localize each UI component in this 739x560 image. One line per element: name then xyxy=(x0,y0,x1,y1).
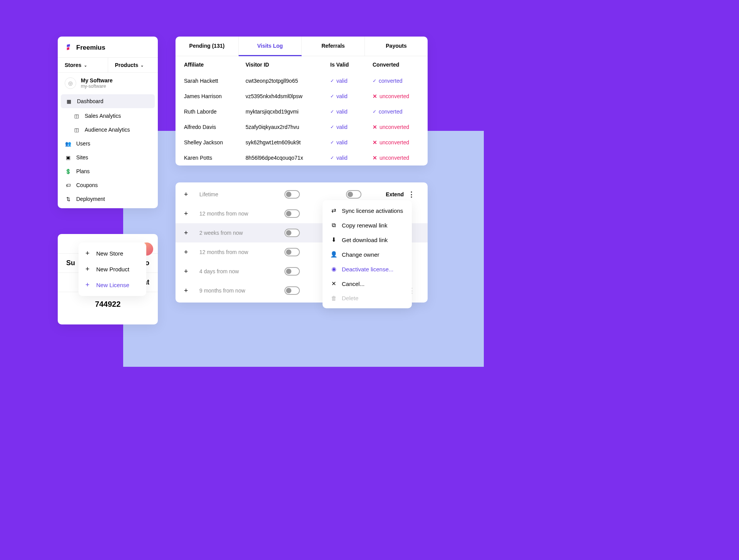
cross-icon: ✕ xyxy=(373,155,377,161)
dropdown-item-label: Change owner xyxy=(342,251,380,258)
new-menu-popup: +New Store+New Product+New License xyxy=(79,242,146,296)
expand-button[interactable]: + xyxy=(184,267,199,276)
new-menu-item-label: New Store xyxy=(96,250,123,257)
sidebar-item-dashboard[interactable]: ▦Dashboard xyxy=(61,94,155,108)
dropdown-icon: 🗑 xyxy=(330,295,337,301)
license-label: 2 weeks from now xyxy=(199,230,284,236)
freemius-logo-icon xyxy=(65,43,73,52)
more-actions-button[interactable]: ⋮ xyxy=(404,190,419,199)
sidebar-icon: 👥 xyxy=(65,141,72,147)
dropdown-item-deactivate-license-[interactable]: ◉Deactivate license... xyxy=(323,262,412,276)
sidebar-icon: ◫ xyxy=(73,127,80,133)
cross-icon: ✕ xyxy=(373,139,377,145)
expand-button[interactable]: + xyxy=(184,229,199,237)
sidebar-icon: ◫ xyxy=(73,113,80,119)
product-header[interactable]: ◎ My Software my-software xyxy=(58,73,158,94)
product-title: My Software xyxy=(81,77,112,84)
cell-converted: ✕ unconverted xyxy=(373,89,430,104)
sidebar-item-label: Users xyxy=(76,140,90,147)
sidebar-item-label: Sites xyxy=(76,154,88,160)
toggle-switch[interactable] xyxy=(284,248,300,256)
tab-referrals[interactable]: Referrals xyxy=(302,37,365,56)
dropdown-item-change-owner[interactable]: 👤Change owner xyxy=(323,247,412,262)
sidebar-item-sites[interactable]: ▣Sites xyxy=(58,150,158,164)
dropdown-icon: ✕ xyxy=(330,280,337,287)
sidebar-item-label: Deployment xyxy=(76,196,105,202)
toggle-switch[interactable] xyxy=(346,190,361,199)
dropdown-item-label: Copy renewal link xyxy=(342,222,387,229)
license-label: 12 months from now xyxy=(199,249,284,255)
cell-affiliate: James Harrison xyxy=(184,89,246,104)
nav-products[interactable]: Products ⌄ xyxy=(108,58,158,72)
cell-valid: ✓ valid xyxy=(330,150,373,165)
sidebar-item-label: Dashboard xyxy=(77,98,104,104)
brand-logo: Freemius xyxy=(58,37,158,57)
new-menu-item-new-store[interactable]: +New Store xyxy=(79,246,146,261)
cell-valid: ✓ valid xyxy=(330,89,373,104)
toggle-switch[interactable] xyxy=(284,286,300,295)
sidebar-item-audience-analytics[interactable]: ◫Audience Analytics xyxy=(58,123,158,137)
cell-visitor: syk62hgwt1etn609uk9t xyxy=(246,135,330,150)
sidebar-icon: ▣ xyxy=(65,155,72,160)
sidebar-item-users[interactable]: 👥Users xyxy=(58,137,158,150)
cross-icon: ✕ xyxy=(373,124,377,130)
expand-button[interactable]: + xyxy=(184,210,199,218)
nav-stores[interactable]: Stores ⌄ xyxy=(58,58,108,72)
tab-visits-log[interactable]: Visits Log xyxy=(239,37,302,56)
tab-payouts[interactable]: Payouts xyxy=(365,37,428,56)
cell-visitor: cwt3eonp2totpgll9o65 xyxy=(246,73,330,89)
cell-affiliate: Ruth Laborde xyxy=(184,104,246,119)
sidebar-icon: 🏷 xyxy=(65,182,72,188)
check-icon: ✓ xyxy=(373,109,376,114)
new-menu-item-new-license[interactable]: +New License xyxy=(79,277,146,293)
extend-button[interactable]: Extend xyxy=(369,191,404,197)
table-row[interactable]: James Harrison vz5395nkxh4dsml0lpsw ✓ va… xyxy=(176,89,428,104)
toggle-switch[interactable] xyxy=(284,229,300,237)
dropdown-icon: ⧉ xyxy=(330,222,337,229)
expand-button[interactable]: + xyxy=(184,287,199,295)
table-row[interactable]: Sarah Hackett cwt3eonp2totpgll9o65 ✓ val… xyxy=(176,73,428,89)
sidebar-icon: 💲 xyxy=(65,169,72,174)
dropdown-icon: ⬇ xyxy=(330,236,337,243)
sidebar-icon: ▦ xyxy=(65,99,72,104)
license-label: 9 months from now xyxy=(199,288,284,294)
check-icon: ✓ xyxy=(373,78,376,84)
dropdown-item-sync-license-activations[interactable]: ⇄Sync license activations xyxy=(323,203,412,218)
toggle-switch[interactable] xyxy=(284,190,300,199)
sidebar-item-plans[interactable]: 💲Plans xyxy=(58,164,158,178)
table-row[interactable]: Shelley Jackson syk62hgwt1etn609uk9t ✓ v… xyxy=(176,135,428,150)
dropdown-item-cancel-[interactable]: ✕Cancel... xyxy=(323,276,412,291)
cell-converted: ✓ converted xyxy=(373,104,430,119)
sidebar-item-sales-analytics[interactable]: ◫Sales Analytics xyxy=(58,109,158,123)
cell-valid: ✓ valid xyxy=(330,119,373,135)
dropdown-icon: ⇄ xyxy=(330,207,337,214)
table-row[interactable]: Ruth Laborde myktarsjiqcxbd19gvmi ✓ vali… xyxy=(176,104,428,119)
th-visitor: Visitor ID xyxy=(246,56,330,73)
cell-converted: ✕ unconverted xyxy=(373,119,430,135)
dropdown-icon: 👤 xyxy=(330,251,337,258)
table-row[interactable]: Alfredo Davis 5zafy0iqkyaux2rd7hvu ✓ val… xyxy=(176,119,428,135)
expand-button[interactable]: + xyxy=(184,248,199,256)
sidebar-item-deployment[interactable]: ⇅Deployment xyxy=(58,192,158,206)
cell-visitor: vz5395nkxh4dsml0lpsw xyxy=(246,89,330,104)
cell-affiliate: Karen Potts xyxy=(184,150,246,165)
license-label: Lifetime xyxy=(199,191,284,197)
toggle-switch[interactable] xyxy=(284,267,300,276)
dropdown-item-copy-renewal-link[interactable]: ⧉Copy renewal link xyxy=(323,218,412,232)
sidebar-item-label: Sales Analytics xyxy=(85,113,121,119)
visits-table-panel: Pending (131)Visits LogReferralsPayouts … xyxy=(176,37,428,165)
cell-valid: ✓ valid xyxy=(330,104,373,119)
tab-pending-[interactable]: Pending (131) xyxy=(176,37,239,56)
license-label: 12 months from now xyxy=(199,211,284,217)
sidebar-item-coupons[interactable]: 🏷Coupons xyxy=(58,178,158,192)
cell-valid: ✓ valid xyxy=(330,73,373,89)
table-row[interactable]: Karen Potts 8h56l96dpe4cqouqo71x ✓ valid… xyxy=(176,150,428,165)
check-icon: ✓ xyxy=(330,78,334,84)
new-menu-item-new-product[interactable]: +New Product xyxy=(79,261,146,277)
cell-visitor: 5zafy0iqkyaux2rd7hvu xyxy=(246,119,330,135)
toggle-switch[interactable] xyxy=(284,209,300,218)
dropdown-item-get-download-link[interactable]: ⬇Get download link xyxy=(323,232,412,247)
dropdown-item-label: Deactivate license... xyxy=(342,266,393,272)
cross-icon: ✕ xyxy=(373,93,377,99)
expand-button[interactable]: + xyxy=(184,191,199,199)
